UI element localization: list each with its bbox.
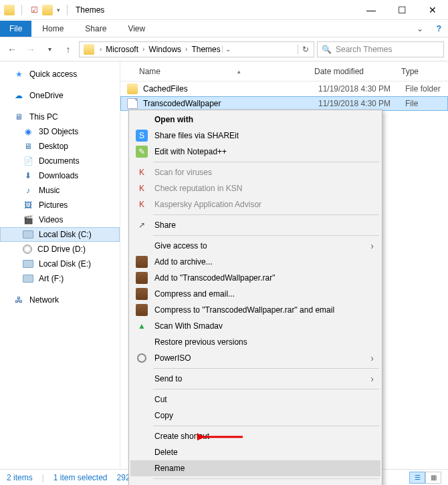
menu-create-shortcut[interactable]: Create shortcut: [130, 428, 380, 444]
menu-delete[interactable]: Delete: [130, 444, 380, 460]
menu-send-to[interactable]: Send to›: [130, 371, 380, 387]
sidebar-item-cd-drive[interactable]: CD Drive (D:): [0, 242, 120, 257]
sidebar-label: 3D Objects: [39, 127, 78, 136]
menu-add-rar[interactable]: Add to "TranscodedWallpaper.rar": [130, 270, 380, 286]
status-selected: 1 item selected: [53, 473, 108, 482]
address-folder-icon: [84, 44, 94, 55]
breadcrumb-2[interactable]: Themes: [190, 45, 221, 54]
maximize-button[interactable]: ☐: [386, 0, 417, 20]
qat-properties-icon[interactable]: ☑: [29, 5, 39, 15]
menu-smadav[interactable]: ▲Scan With Smadav: [130, 318, 380, 334]
menu-properties[interactable]: Properties: [130, 481, 380, 485]
sidebar-label: Desktop: [39, 142, 68, 151]
kaspersky-icon: K: [136, 198, 148, 210]
sidebar-item-pictures[interactable]: 🖼 Pictures: [0, 198, 120, 212]
menu-add-archive[interactable]: Add to archive...: [130, 254, 380, 270]
chevron-right-icon[interactable]: ›: [97, 45, 104, 53]
menu-check-ksn[interactable]: KCheck reputation in KSN: [130, 180, 380, 196]
menu-poweriso[interactable]: PowerISO›: [130, 350, 380, 366]
folder-icon: [127, 84, 138, 94]
menu-give-access[interactable]: Give access to›: [130, 238, 380, 254]
address-bar[interactable]: › Microsoft › Windows › Themes ⌄ ↻: [79, 41, 314, 57]
sidebar-label: Network: [29, 295, 59, 305]
sidebar-item-local-disk-e[interactable]: Local Disk (E:): [0, 257, 120, 271]
hdd-icon: [23, 275, 33, 283]
column-label: Name: [139, 67, 160, 76]
nav-forward-button[interactable]: →: [23, 41, 39, 57]
menu-notepad[interactable]: ✎Edit with Notepad++: [130, 144, 380, 160]
qat-dropdown-icon[interactable]: ▾: [57, 7, 60, 13]
column-date[interactable]: Date modified: [314, 67, 401, 76]
sidebar-item-desktop[interactable]: 🖥 Desktop: [0, 139, 120, 154]
context-menu: Open with SShare files via SHAREit ✎Edit…: [128, 110, 382, 485]
sidebar-network[interactable]: 🖧 Network: [0, 293, 120, 307]
tab-file[interactable]: File: [0, 21, 31, 37]
annotation-arrow: [197, 432, 244, 442]
sidebar-item-local-disk-c[interactable]: Local Disk (C:): [0, 227, 120, 242]
ribbon-expand-icon[interactable]: ⌄: [410, 24, 430, 33]
close-button[interactable]: ✕: [417, 0, 448, 20]
menu-scan-virus[interactable]: KScan for viruses: [130, 164, 380, 180]
menu-copy[interactable]: Copy: [130, 408, 380, 424]
menu-separator: [153, 235, 379, 236]
sidebar-item-music[interactable]: ♪ Music: [0, 183, 120, 198]
menu-compress-rar-email[interactable]: Compress to "TranscodedWallpaper.rar" an…: [130, 302, 380, 318]
pc-icon: 🖥: [13, 112, 24, 122]
sidebar-item-3d-objects[interactable]: ◉ 3D Objects: [0, 124, 120, 139]
file-row-selected[interactable]: TranscodedWallpaper 11/19/2018 4:30 PM F…: [120, 96, 448, 111]
menu-label: Check reputation in KSN: [154, 184, 242, 193]
sidebar-item-art-f[interactable]: Art (F:): [0, 271, 120, 286]
ribbon: File Home Share View ⌄ ?: [0, 20, 448, 37]
menu-open-with[interactable]: Open with: [130, 112, 380, 128]
tab-home[interactable]: Home: [31, 21, 74, 37]
address-dropdown-icon[interactable]: ⌄: [222, 45, 234, 53]
sidebar-label: Music: [39, 186, 60, 195]
nav-back-button[interactable]: ←: [4, 41, 20, 57]
submenu-arrow-icon: ›: [370, 240, 374, 251]
chevron-right-icon[interactable]: ›: [183, 45, 190, 53]
sidebar-onedrive[interactable]: ☁ OneDrive: [0, 88, 120, 103]
sidebar-item-downloads[interactable]: ⬇ Downloads: [0, 168, 120, 183]
help-icon[interactable]: ?: [430, 24, 448, 33]
menu-shareit[interactable]: SShare files via SHAREit: [130, 128, 380, 144]
menu-restore[interactable]: Restore previous versions: [130, 334, 380, 350]
sidebar-label: Art (F:): [39, 274, 64, 283]
minimize-button[interactable]: —: [356, 0, 386, 20]
search-input[interactable]: 🔍 Search Themes: [317, 41, 444, 57]
sidebar-item-videos[interactable]: 🎬 Videos: [0, 212, 120, 227]
title-separator: [67, 5, 68, 15]
sidebar-quick-access[interactable]: ★ Quick access: [0, 67, 120, 82]
file-row-folder[interactable]: CachedFiles 11/19/2018 4:30 PM File fold…: [120, 82, 448, 96]
breadcrumb-1[interactable]: Windows: [147, 45, 183, 54]
tab-share[interactable]: Share: [74, 21, 117, 37]
sidebar-label: Local Disk (E:): [39, 259, 91, 269]
sidebar-item-documents[interactable]: 📄 Documents: [0, 154, 120, 168]
column-headers: Name ▴ Date modified Type: [120, 61, 448, 82]
menu-rename[interactable]: Rename: [130, 460, 380, 476]
column-name[interactable]: Name ▴: [120, 67, 314, 76]
menu-share[interactable]: ↗Share: [130, 217, 380, 233]
nav-up-button[interactable]: ↑: [60, 41, 76, 57]
menu-cut[interactable]: Cut: [130, 391, 380, 408]
star-icon: ★: [13, 69, 24, 79]
breadcrumb-0[interactable]: Microsoft: [104, 45, 140, 54]
view-icons-button[interactable]: ▦: [425, 472, 441, 484]
menu-label: Give access to: [154, 241, 207, 251]
nav-recent-dropdown[interactable]: ▾: [41, 41, 58, 57]
sidebar-this-pc[interactable]: 🖥 This PC: [0, 110, 120, 124]
menu-separator: [153, 478, 379, 479]
winrar-icon: [136, 256, 148, 268]
refresh-icon[interactable]: ↻: [298, 45, 312, 54]
tab-view[interactable]: View: [117, 21, 156, 37]
menu-label: Add to "TranscodedWallpaper.rar": [154, 273, 275, 283]
sidebar-label: OneDrive: [29, 91, 64, 100]
menu-kav-advisor[interactable]: KKaspersky Application Advisor: [130, 196, 380, 212]
file-icon: [127, 98, 138, 109]
menu-label: Compress to "TranscodedWallpaper.rar" an…: [154, 305, 334, 315]
menu-compress-email[interactable]: Compress and email...: [130, 286, 380, 302]
qat-newfolder-icon[interactable]: [42, 5, 53, 15]
poweriso-icon: [136, 352, 148, 364]
column-type[interactable]: Type: [401, 67, 448, 76]
view-details-button[interactable]: ☰: [409, 472, 425, 484]
chevron-right-icon[interactable]: ›: [140, 45, 147, 53]
